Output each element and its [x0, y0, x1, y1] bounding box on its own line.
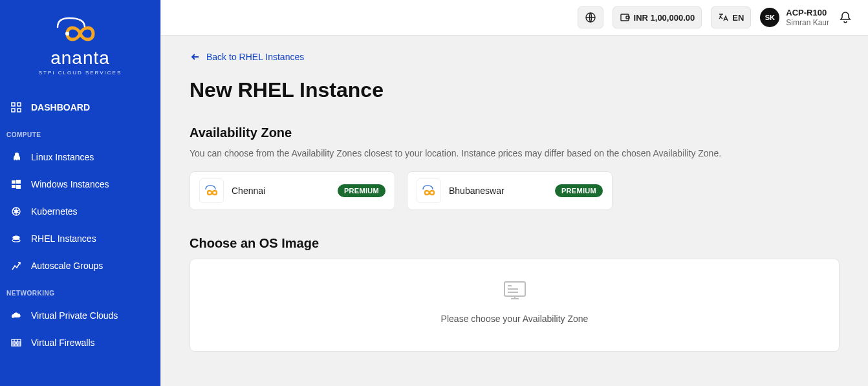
kubernetes-icon — [10, 206, 22, 217]
linux-icon — [10, 151, 22, 163]
az-section-desc: You can choose from the Availability Zon… — [190, 148, 840, 158]
balance-button[interactable]: INR 1,00,000.00 — [613, 6, 702, 28]
windows-icon — [10, 178, 22, 190]
sidebar-item-label: Windows Instances — [31, 179, 109, 189]
arrow-left-icon — [190, 51, 201, 63]
os-section-title: Choose an OS Image — [190, 236, 840, 251]
sidebar-item-label: Autoscale Groups — [31, 261, 103, 271]
sidebar-item-firewalls[interactable]: Virtual Firewalls — [0, 329, 160, 356]
content: Back to RHEL Instances New RHEL Instance… — [161, 36, 868, 386]
zone-name: Bhubaneswar — [449, 186, 547, 196]
sidebar-nav: DASHBOARD COMPUTE Linux Instances Window… — [0, 94, 160, 386]
svg-point-10 — [15, 210, 17, 213]
sidebar-item-label: Virtual Firewalls — [31, 338, 95, 348]
svg-rect-7 — [12, 185, 16, 188]
brand-tagline: STPI CLOUD SERVICES — [39, 70, 122, 76]
globe-button[interactable] — [578, 6, 603, 28]
sidebar-item-autoscale[interactable]: Autoscale Groups — [0, 252, 160, 279]
zone-row: Chennai PREMIUM Bhubaneswar PREMIUM — [190, 171, 840, 210]
avatar: SK — [760, 8, 779, 27]
sidebar-item-label: RHEL Instances — [31, 233, 96, 244]
account-name: ACP-R100 — [786, 8, 829, 18]
language-button[interactable]: EN — [711, 6, 751, 28]
svg-rect-14 — [621, 14, 629, 21]
user-text: ACP-R100 Simran Kaur — [786, 8, 829, 27]
az-section-title: Availability Zone — [190, 125, 840, 140]
monitor-icon — [502, 280, 528, 302]
svg-rect-6 — [16, 180, 21, 184]
brand-logo[interactable]: ananta STPI CLOUD SERVICES — [0, 0, 160, 82]
sidebar-section-compute: COMPUTE — [0, 121, 160, 144]
wallet-icon — [620, 12, 630, 23]
svg-rect-5 — [12, 180, 16, 184]
premium-badge: PREMIUM — [555, 184, 603, 197]
autoscale-icon — [10, 260, 22, 272]
zone-name: Chennai — [232, 186, 330, 196]
main-area: INR 1,00,000.00 EN SK ACP-R100 Simran Ka… — [160, 0, 868, 386]
sidebar-item-vpc[interactable]: Virtual Private Clouds — [0, 302, 160, 329]
svg-rect-2 — [17, 103, 21, 106]
os-image-panel: Please choose your Availability Zone — [190, 259, 840, 352]
sidebar-item-linux[interactable]: Linux Instances — [0, 144, 160, 171]
firewall-icon — [10, 337, 22, 348]
os-placeholder-text: Please choose your Availability Zone — [441, 314, 589, 324]
zone-logo-icon — [417, 178, 441, 203]
sidebar: ananta STPI CLOUD SERVICES DASHBOARD COM… — [0, 0, 160, 386]
sidebar-item-label: DASHBOARD — [31, 102, 90, 113]
svg-point-0 — [65, 32, 69, 36]
svg-rect-3 — [12, 109, 15, 112]
translate-icon — [718, 12, 728, 23]
zone-logo-icon — [199, 178, 224, 203]
sidebar-item-label: Virtual Private Clouds — [31, 310, 118, 321]
zone-card-chennai[interactable]: Chennai PREMIUM — [190, 171, 395, 210]
sidebar-item-dashboard[interactable]: DASHBOARD — [0, 94, 160, 121]
rhel-icon — [10, 233, 22, 244]
premium-badge: PREMIUM — [338, 184, 385, 197]
user-menu[interactable]: SK ACP-R100 Simran Kaur — [760, 8, 829, 27]
svg-rect-1 — [12, 103, 15, 106]
sidebar-item-windows[interactable]: Windows Instances — [0, 171, 160, 198]
language-text: EN — [732, 13, 744, 23]
svg-rect-4 — [17, 109, 21, 112]
sidebar-section-networking: NETWORKING — [0, 279, 160, 302]
sidebar-item-label: Linux Instances — [31, 152, 94, 162]
topbar: INR 1,00,000.00 EN SK ACP-R100 Simran Ka… — [161, 0, 868, 36]
user-name: Simran Kaur — [786, 18, 829, 27]
back-link-text: Back to RHEL Instances — [206, 52, 304, 62]
balance-text: INR 1,00,000.00 — [634, 13, 695, 23]
page-title: New RHEL Instance — [190, 78, 840, 102]
sidebar-item-rhel[interactable]: RHEL Instances — [0, 225, 160, 252]
sidebar-item-kubernetes[interactable]: Kubernetes — [0, 198, 160, 225]
dashboard-icon — [10, 102, 22, 113]
zone-card-bhubaneswar[interactable]: Bhubaneswar PREMIUM — [407, 171, 613, 210]
sidebar-item-label: Kubernetes — [31, 206, 78, 217]
svg-rect-8 — [16, 185, 21, 189]
cloud-icon — [10, 310, 22, 321]
notifications-button[interactable] — [838, 10, 852, 25]
globe-icon — [585, 12, 596, 23]
back-link[interactable]: Back to RHEL Instances — [190, 51, 304, 63]
infinity-cloud-icon — [45, 13, 116, 45]
brand-name: ananta — [50, 48, 110, 69]
bell-icon — [838, 10, 852, 25]
